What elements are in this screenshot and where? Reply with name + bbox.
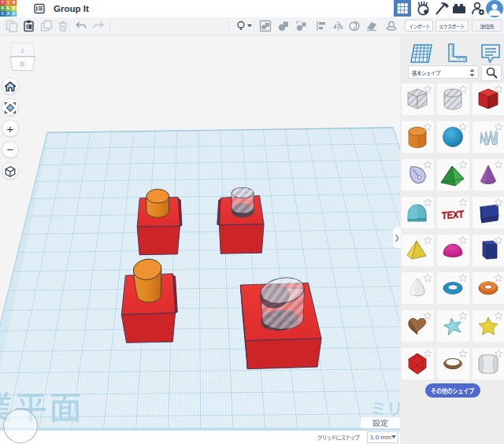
svg-text:TEXT: TEXT [442, 209, 465, 222]
